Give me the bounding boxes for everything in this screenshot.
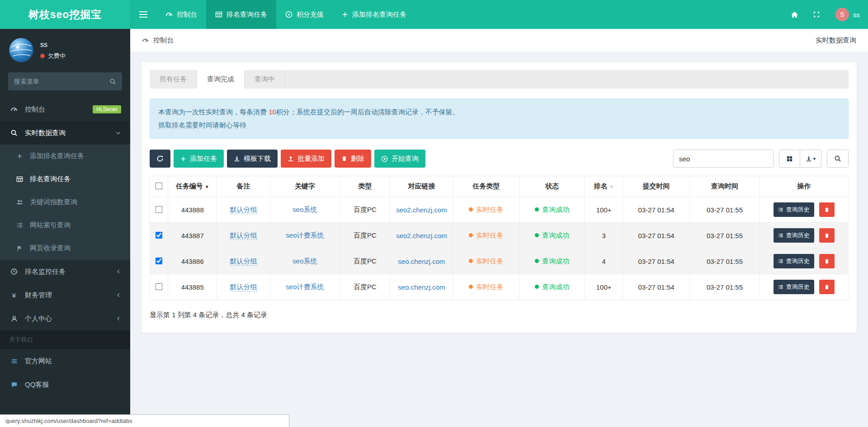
sidebar-item-rank-query-tasks[interactable]: 排名查询任务 (0, 168, 130, 191)
list-ol-icon (14, 222, 24, 229)
col-rank[interactable]: 排名▼ (585, 176, 623, 197)
query-history-button[interactable]: 查询历史 (774, 228, 814, 243)
table-icon (215, 11, 222, 18)
group-link[interactable]: 默认分组 (230, 206, 257, 214)
col-query-time: 查询时间 (690, 176, 760, 197)
cell-submit-time: 03-27 01:54 (623, 197, 689, 223)
batch-add-button[interactable]: 批量添加 (281, 150, 331, 168)
status-dot-icon (40, 54, 45, 58)
cell-task-type: 实时任务 (453, 249, 519, 274)
delete-row-button[interactable] (819, 254, 835, 268)
cell-rank: 4 (585, 249, 623, 274)
export-button[interactable]: ▾ (800, 150, 821, 168)
task-panel: 所有任务 查询完成 查询中 本查询为一次性实时查询，每条消费 10积分；系统在提… (141, 61, 857, 333)
row-checkbox[interactable] (156, 283, 163, 290)
query-history-button[interactable]: 查询历史 (774, 202, 814, 217)
group-link[interactable]: 默认分组 (230, 283, 257, 291)
toolbar-right: ▾ (673, 150, 849, 168)
row-checkbox[interactable] (156, 231, 163, 239)
cell-actions: 查询历史 (760, 274, 848, 300)
username-label: ss (853, 11, 860, 19)
delete-row-button[interactable] (819, 280, 835, 294)
row-checkbox[interactable] (156, 257, 163, 264)
user-name: ss (40, 41, 66, 49)
delete-row-button[interactable] (819, 202, 835, 217)
toolbar: 添加任务 模板下载 批量添加 删除 开始查询 (150, 150, 849, 168)
sort-desc-icon: ▼ (205, 184, 209, 189)
table-tools: ▾ (779, 150, 821, 168)
top-navigation: 控制台 排名查询任务 ¥ 积分充值 添加排名查询任务 S ss (130, 0, 868, 29)
sidebar-item-dashboard[interactable]: 控制台 Hi,Seoer (0, 98, 130, 121)
template-download-button[interactable]: 模板下载 (227, 150, 278, 168)
tab-all-tasks[interactable]: 所有任务 (150, 70, 197, 89)
app-logo[interactable]: 树枝seo挖掘宝 (0, 0, 130, 29)
col-actions: 操作 (760, 176, 848, 197)
start-query-button[interactable]: 开始查询 (374, 150, 425, 168)
trash-icon (824, 258, 830, 264)
nav-add-rank-task[interactable]: 添加排名查询任务 (333, 0, 415, 29)
home-button[interactable] (783, 0, 806, 29)
tab-query-completed[interactable]: 查询完成 (197, 70, 245, 89)
nav-rank-query-tasks[interactable]: 排名查询任务 (206, 0, 276, 29)
sidebar-item-official-site[interactable]: 官方网站 (0, 349, 130, 373)
coin-icon: ¥ (285, 11, 292, 18)
sidebar-item-site-index[interactable]: 网站索引查询 (0, 214, 130, 237)
nav-spacer (415, 0, 783, 29)
cell-task-type: 实时任务 (453, 223, 519, 249)
keyword-link[interactable]: seo计费系统 (286, 283, 324, 291)
group-link[interactable]: 默认分组 (230, 257, 257, 266)
columns-button[interactable] (779, 150, 800, 168)
alert-line-1: 本查询为一次性实时查询，每条消费 10积分；系统在提交后的一周后自动清除查询记录… (158, 106, 840, 119)
orange-dot-icon (469, 259, 473, 263)
download-icon (234, 155, 240, 162)
table-search-input[interactable] (673, 150, 774, 168)
search-icon (9, 129, 19, 136)
nav-points-recharge[interactable]: ¥ 积分充值 (276, 0, 333, 29)
nav-dashboard[interactable]: 控制台 (156, 0, 206, 29)
search-button[interactable] (827, 150, 849, 168)
select-all-cell (150, 176, 168, 197)
sidebar-item-add-rank-task[interactable]: 添加排名查询任务 (0, 145, 130, 168)
sidebar-search-input[interactable] (14, 78, 109, 85)
home-icon (791, 11, 798, 19)
keyword-link[interactable]: seo系统 (292, 206, 317, 213)
sidebar-header-about: 关于我们 (0, 330, 130, 349)
col-task-id[interactable]: 任务编号▼ (168, 176, 217, 197)
refresh-icon (156, 155, 164, 162)
cell-type: 百度PC (340, 249, 390, 274)
sidebar-item-qq-service[interactable]: QQ客服 (0, 373, 130, 396)
chevron-down-icon (115, 130, 121, 136)
delete-row-button[interactable] (819, 228, 835, 243)
sidebar-item-finance[interactable]: ¥ 财务管理 (0, 283, 130, 307)
query-history-button[interactable]: 查询历史 (774, 280, 814, 294)
cell-query-time: 03-27 01:55 (690, 197, 760, 223)
tab-querying[interactable]: 查询中 (245, 70, 285, 89)
query-history-button[interactable]: 查询历史 (774, 254, 814, 268)
list-icon (778, 284, 783, 290)
cell-task-id: 443885 (168, 274, 217, 300)
green-dot-icon (535, 233, 539, 237)
add-task-button[interactable]: 添加任务 (174, 150, 224, 168)
sidebar-item-keyword-index[interactable]: 关键词指数查询 (0, 191, 130, 214)
sidebar-item-profile[interactable]: 个人中心 (0, 307, 130, 330)
points-cost: 10 (269, 108, 276, 116)
keyword-link[interactable]: seo系统 (292, 257, 317, 265)
user-menu[interactable]: S ss (827, 0, 868, 29)
target-link[interactable]: seo2.chenzj.com (396, 206, 447, 214)
sidebar-item-page-include[interactable]: 网页收录查询 (0, 237, 130, 260)
sidebar-toggle-button[interactable] (130, 0, 156, 29)
sidebar-item-rank-monitor[interactable]: 排名监控任务 (0, 260, 130, 283)
row-checkbox[interactable] (156, 206, 163, 213)
fullscreen-button[interactable] (806, 0, 827, 29)
group-link[interactable]: 默认分组 (230, 231, 257, 240)
sidebar-menu: 控制台 Hi,Seoer 实时数据查询 添加排名查询任务 排名查询任务 关键词指… (0, 98, 130, 396)
target-link[interactable]: seo.chenzj.com (398, 258, 445, 265)
sidebar-item-realtime-data[interactable]: 实时数据查询 (0, 121, 130, 145)
search-icon[interactable] (109, 78, 116, 85)
target-link[interactable]: seo.chenzj.com (398, 283, 445, 291)
select-all-checkbox[interactable] (156, 183, 163, 190)
refresh-button[interactable] (150, 150, 170, 168)
target-link[interactable]: seo2.chenzj.com (396, 232, 447, 239)
keyword-link[interactable]: seo计费系统 (286, 231, 324, 239)
delete-button[interactable]: 删除 (335, 150, 371, 168)
